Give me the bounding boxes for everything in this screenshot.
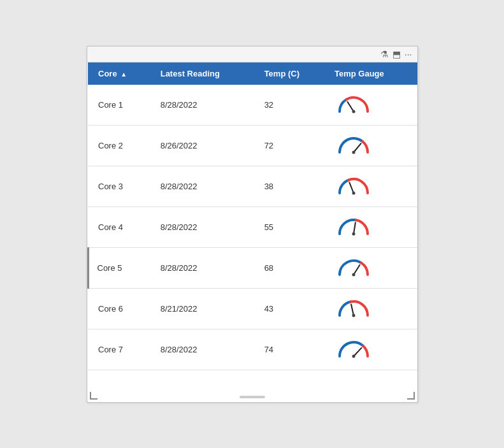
cell-date: 8/28/2022 bbox=[153, 85, 257, 126]
col-latest-reading-label: Latest Reading bbox=[161, 69, 220, 78]
scroll-bar bbox=[87, 392, 417, 402]
cell-core: Core 6 bbox=[88, 288, 153, 329]
cell-gauge bbox=[327, 125, 417, 166]
svg-line-6 bbox=[354, 222, 356, 234]
sort-asc-icon: ▲ bbox=[120, 71, 127, 78]
cell-date: 8/28/2022 bbox=[153, 166, 257, 206]
svg-line-2 bbox=[354, 143, 361, 152]
table-row: Core 38/28/202238 bbox=[88, 166, 417, 206]
cell-temp: 68 bbox=[257, 247, 327, 288]
svg-line-12 bbox=[354, 347, 361, 356]
cell-temp: 72 bbox=[257, 125, 327, 166]
export-icon[interactable]: ⬒ bbox=[392, 49, 401, 59]
svg-line-8 bbox=[354, 264, 360, 274]
table-row: Core 78/28/202274 bbox=[88, 329, 417, 370]
svg-line-0 bbox=[347, 101, 354, 111]
col-temp-c-label: Temp (C) bbox=[264, 69, 299, 78]
cell-temp: 55 bbox=[257, 206, 327, 247]
cell-gauge bbox=[327, 85, 417, 126]
svg-point-7 bbox=[352, 232, 355, 235]
toolbar: ⚗ ⬒ ··· bbox=[87, 47, 417, 62]
cell-gauge bbox=[327, 288, 417, 329]
table-header-row: Core ▲ Latest Reading Temp (C) Temp Gaug… bbox=[88, 62, 417, 85]
temp-gauge-visual bbox=[335, 92, 373, 115]
temp-gauge-visual bbox=[335, 296, 373, 319]
cell-core: Core 2 bbox=[88, 125, 153, 166]
col-core-label: Core bbox=[98, 69, 117, 78]
cell-core: Core 1 bbox=[88, 85, 153, 126]
col-core[interactable]: Core ▲ bbox=[88, 62, 153, 85]
svg-line-10 bbox=[351, 304, 354, 315]
cell-date: 8/21/2022 bbox=[153, 288, 257, 329]
svg-point-3 bbox=[352, 150, 355, 154]
cell-date: 8/26/2022 bbox=[153, 125, 257, 166]
temp-gauge-visual bbox=[335, 256, 373, 278]
svg-point-9 bbox=[352, 273, 355, 276]
cell-gauge bbox=[327, 166, 417, 206]
col-latest-reading[interactable]: Latest Reading bbox=[153, 62, 257, 85]
table-row: Core 48/28/202255 bbox=[88, 206, 417, 247]
temp-gauge-visual bbox=[335, 215, 373, 238]
cell-core: Core 7 bbox=[88, 329, 153, 370]
table-row: Core 68/21/202243 bbox=[88, 288, 417, 329]
cell-core: Core 4 bbox=[88, 206, 153, 247]
svg-point-5 bbox=[352, 191, 355, 194]
cell-date: 8/28/2022 bbox=[153, 329, 257, 370]
temp-gauge-visual bbox=[335, 174, 373, 197]
cell-temp: 38 bbox=[257, 166, 327, 206]
more-icon[interactable]: ··· bbox=[405, 49, 412, 59]
cell-core: Core 5 bbox=[88, 247, 153, 288]
temp-gauge-visual bbox=[335, 337, 373, 360]
cell-date: 8/28/2022 bbox=[153, 206, 257, 247]
temp-gauge-visual bbox=[335, 133, 373, 156]
cell-temp: 74 bbox=[257, 329, 327, 370]
scroll-indicator bbox=[240, 396, 265, 398]
svg-point-13 bbox=[352, 354, 355, 358]
cell-gauge bbox=[327, 329, 417, 370]
table-row: Core 58/28/202268 bbox=[88, 247, 417, 288]
table-row: Core 28/26/202272 bbox=[88, 125, 417, 166]
table-row: Core 18/28/202232 bbox=[88, 85, 417, 126]
svg-point-11 bbox=[352, 314, 355, 317]
svg-line-4 bbox=[349, 182, 354, 193]
main-panel: ⚗ ⬒ ··· Core ▲ Latest Reading Temp (C) T… bbox=[87, 46, 418, 403]
filter-icon[interactable]: ⚗ bbox=[380, 49, 389, 59]
cell-gauge bbox=[327, 206, 417, 247]
cell-date: 8/28/2022 bbox=[153, 247, 257, 288]
col-temp-c[interactable]: Temp (C) bbox=[257, 62, 327, 85]
cell-temp: 43 bbox=[257, 288, 327, 329]
col-temp-gauge-label: Temp Gauge bbox=[335, 69, 384, 78]
col-temp-gauge[interactable]: Temp Gauge bbox=[327, 62, 417, 85]
data-table: Core ▲ Latest Reading Temp (C) Temp Gaug… bbox=[87, 62, 417, 370]
svg-point-1 bbox=[352, 110, 355, 113]
cell-core: Core 3 bbox=[88, 166, 153, 206]
cell-gauge bbox=[327, 247, 417, 288]
cell-temp: 32 bbox=[257, 85, 327, 126]
